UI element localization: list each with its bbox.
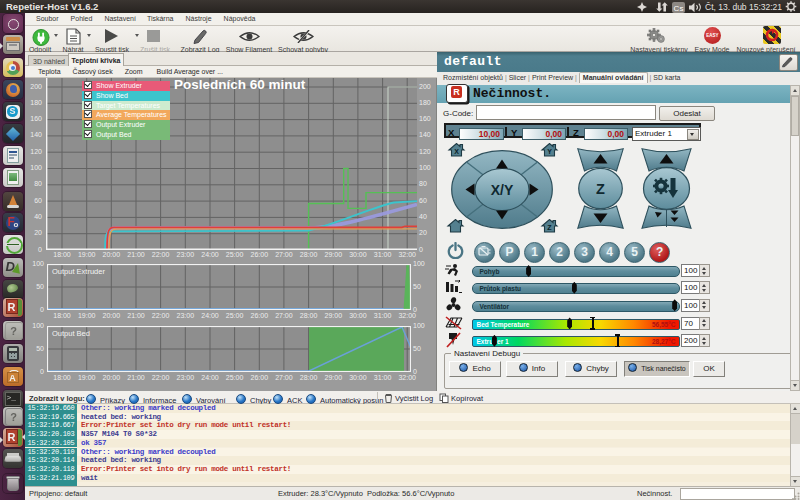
svg-text:Output Bed: Output Bed (52, 329, 90, 338)
svg-text:Z: Z (547, 224, 552, 231)
svg-text:Output Extruder: Output Extruder (52, 267, 105, 276)
svg-text:X/Y: X/Y (491, 182, 514, 198)
svg-text:Cs: Cs (674, 4, 684, 13)
svg-text:Y: Y (547, 148, 552, 155)
svg-text:Z: Z (596, 181, 605, 197)
svg-text:X: X (454, 148, 459, 155)
